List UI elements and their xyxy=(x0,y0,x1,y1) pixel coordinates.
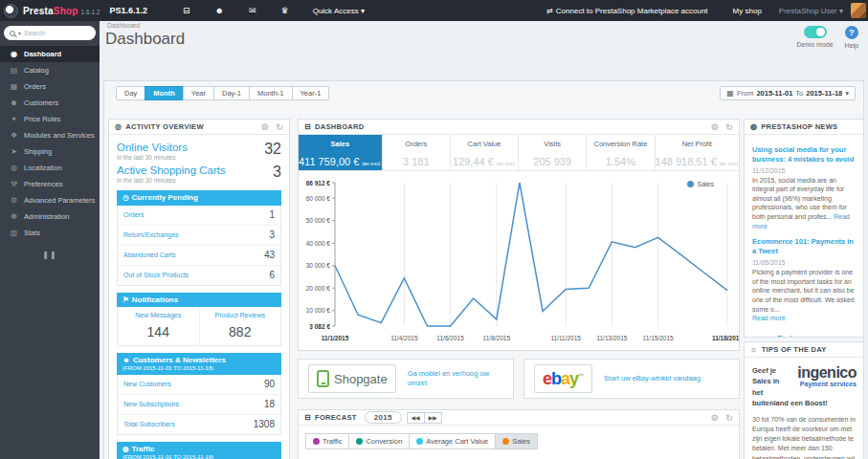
tab-visits[interactable]: Visits205 939 xyxy=(519,135,587,170)
sidebar-item-orders[interactable]: ▦Orders xyxy=(0,78,100,95)
new-customers-link[interactable]: New Customers xyxy=(123,381,171,387)
refresh-icon[interactable]: ↻ xyxy=(725,122,733,132)
forecast-toggle-traffic[interactable]: Traffic xyxy=(305,433,349,449)
currently-pending-title: Currently Pending xyxy=(132,193,198,202)
gear-icon[interactable]: ⚙ xyxy=(711,413,719,423)
gear-icon[interactable]: ⚙ xyxy=(261,122,269,132)
tab-label: Net Profit xyxy=(656,140,739,148)
read-more-link[interactable]: Read more xyxy=(752,315,786,321)
sidebar-item-localization[interactable]: ◍Localization xyxy=(0,160,100,176)
toggle-label: Average Cart Value xyxy=(426,437,488,446)
tab-label: Cart Value xyxy=(451,140,518,148)
returns-link[interactable]: Return/Exchanges xyxy=(123,231,179,238)
sidebar-item-modules[interactable]: ❖Modules and Services xyxy=(0,127,100,143)
marketplace-link[interactable]: ⇄Connect to PrestaShop Marketplace accou… xyxy=(546,7,707,15)
activity-overview-panel: ◎ ACTIVITY OVERVIEW ⚙↻ Online Visitorsin… xyxy=(108,119,290,459)
demo-mode-toggle[interactable] xyxy=(804,26,827,38)
tab-sales[interactable]: Sales411 759,00 € tax excl. xyxy=(299,135,383,170)
customers-newsletters-header: ☻Customers & Newsletters(FROM 2015-11-01… xyxy=(117,353,281,375)
search-icon xyxy=(10,31,15,36)
chevron-down-icon: ▾ xyxy=(361,7,365,15)
my-shop-link[interactable]: My shop xyxy=(733,7,762,15)
tab-net-profit[interactable]: Net Profit148 918,51 € tax excl. xyxy=(656,135,739,170)
user-avatar[interactable] xyxy=(851,3,866,18)
breadcrumb[interactable]: Dashboard xyxy=(107,22,140,29)
ebay-link[interactable]: Start uw eBay-winkel vandaag xyxy=(604,374,701,383)
forecast-toggle-conversion[interactable]: Conversion xyxy=(348,433,410,449)
brand-link[interactable]: PrestaShop xyxy=(23,6,78,16)
filter-day-1-button[interactable]: Day-1 xyxy=(213,86,250,100)
sidebar-search[interactable]: ▾ xyxy=(4,26,96,40)
forecast-toggle-average-cart-value[interactable]: Average Cart Value xyxy=(409,433,496,449)
sidebar: ▾ ◉Dashboard ▤Catalog ▦Orders ☻Customers… xyxy=(0,21,100,459)
refresh-icon[interactable]: ↻ xyxy=(276,122,283,132)
new-subscriptions-value: 18 xyxy=(264,399,275,409)
sidebar-item-dashboard[interactable]: ◉Dashboard xyxy=(0,46,100,62)
sidebar-item-price-rules[interactable]: ✦Price Rules xyxy=(0,111,100,127)
forecast-year[interactable]: 2015 xyxy=(365,411,402,424)
marketplace-label: Connect to PrestaShop Marketplace accoun… xyxy=(556,7,708,15)
new-messages-link[interactable]: New Messages xyxy=(120,312,197,318)
forecast-next-button[interactable]: ▶▶ xyxy=(424,412,442,424)
brand-presta: Presta xyxy=(23,6,54,16)
collapse-menu-icon[interactable]: ❚❚ xyxy=(0,251,100,259)
filter-day-button[interactable]: Day xyxy=(116,86,145,100)
messages-icon[interactable]: ✉ xyxy=(249,6,256,15)
sidebar-item-stats[interactable]: ▥Stats xyxy=(0,225,100,241)
tab-cart-value[interactable]: Cart Value129,44 € tax excl. xyxy=(451,135,519,170)
customers-newsletters-title: Customers & Newsletters xyxy=(133,356,226,364)
date-from-label: From xyxy=(737,89,754,98)
filter-month-button[interactable]: Month xyxy=(145,86,184,100)
sales-dot-icon xyxy=(502,438,509,445)
forecast-prev-button[interactable]: ◀◀ xyxy=(407,412,425,424)
cart-icon[interactable]: ⊟ xyxy=(183,6,190,15)
traffic-dot-icon xyxy=(313,438,320,445)
chart-legend-sales[interactable]: Sales xyxy=(687,181,714,187)
trophy-icon[interactable]: ♛ xyxy=(281,6,289,15)
sidebar-item-catalog[interactable]: ▤Catalog xyxy=(0,62,100,78)
sidebar-item-preferences[interactable]: ⚒Preferences xyxy=(0,176,100,192)
customers-icon: ☻ xyxy=(8,98,20,107)
customers-row-subscribers: Total Subscribers1308 xyxy=(118,415,280,434)
active-carts-link[interactable]: Active Shopping Carts xyxy=(117,164,226,176)
user-menu-label: PrestaShop User xyxy=(779,7,837,15)
tab-value: 148 918,51 € xyxy=(656,156,717,167)
find-more-news-link[interactable]: Find more news xyxy=(752,334,857,338)
online-visitors-value: 32 xyxy=(264,142,281,161)
sidebar-item-administration[interactable]: ☸Administration xyxy=(0,208,100,225)
abandoned-carts-link[interactable]: Abandoned Carts xyxy=(123,251,175,258)
out-of-stock-link[interactable]: Out of Stock Products xyxy=(123,272,189,278)
sidebar-item-advanced-parameters[interactable]: ⚙Advanced Parameters xyxy=(0,192,100,208)
date-range-picker[interactable]: ▦ From 2015-11-01 To 2015-11-18 ▾ xyxy=(720,86,856,100)
currently-pending-header: ◷Currently Pending xyxy=(117,190,281,206)
returns-value: 3 xyxy=(269,230,275,240)
activity-panel-title: ACTIVITY OVERVIEW xyxy=(125,122,204,131)
user-menu[interactable]: PrestaShop User ▾ xyxy=(779,7,843,15)
filter-year-1-button[interactable]: Year-1 xyxy=(292,86,330,100)
sales-chart: 66 912 €60 000 €50 000 €40 000 €30 000 €… xyxy=(299,171,739,349)
quick-access-menu[interactable]: Quick Access ▾ xyxy=(313,7,365,15)
search-input[interactable] xyxy=(24,30,90,36)
news-article-title[interactable]: Ecommerce 101: Payments in a Tweet xyxy=(752,237,857,256)
sidebar-item-shipping[interactable]: ➤Shipping xyxy=(0,143,100,160)
shopgate-link[interactable]: Ga mobiel en verhoog uw omzet xyxy=(408,369,503,388)
filter-month-1-button[interactable]: Month-1 xyxy=(249,86,293,100)
prestashop-logo-icon[interactable] xyxy=(4,4,18,18)
product-reviews-link[interactable]: Product Reviews xyxy=(202,312,279,318)
news-article-excerpt: Picking a payment provider is one of the… xyxy=(752,268,857,323)
sidebar-item-customers[interactable]: ☻Customers xyxy=(0,95,100,111)
online-visitors-link[interactable]: Online Visitors xyxy=(117,142,188,153)
pending-orders-link[interactable]: Orders xyxy=(123,211,144,218)
forecast-toggle-sales[interactable]: Sales xyxy=(495,433,538,449)
search-scope-caret-icon[interactable]: ▾ xyxy=(18,30,21,36)
tab-orders[interactable]: Orders3 181 xyxy=(383,135,451,170)
news-article-title[interactable]: Using social media for your business: 4 … xyxy=(752,145,857,164)
refresh-icon[interactable]: ↻ xyxy=(725,413,733,423)
help-icon[interactable]: ? xyxy=(845,26,858,39)
new-subscriptions-link[interactable]: New Subscriptions xyxy=(123,401,179,407)
tab-conversion-rate[interactable]: Conversion Rate1.54% xyxy=(587,135,655,170)
customers-quick-icon[interactable]: ☻ xyxy=(215,6,224,15)
gear-icon[interactable]: ⚙ xyxy=(711,122,719,132)
total-subscribers-link[interactable]: Total Subscribers xyxy=(123,421,175,427)
filter-year-button[interactable]: Year xyxy=(183,86,214,100)
